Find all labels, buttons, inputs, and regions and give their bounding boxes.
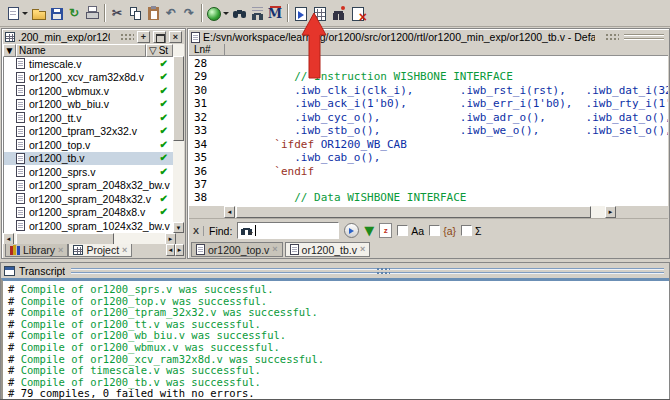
tabs-scroll-right-icon[interactable]: ► <box>175 244 184 256</box>
vscroll-thumb[interactable] <box>173 56 184 141</box>
zoom-plus-button[interactable]: + <box>137 31 150 43</box>
file-table-header: ▼ Name ▽St ▲ <box>3 44 184 57</box>
open-file-button[interactable] <box>29 3 47 24</box>
project-vertical-scrollbar[interactable]: ▼ <box>173 44 184 233</box>
run-button[interactable] <box>205 3 223 24</box>
file-row[interactable]: or1200_top.v✔ <box>4 138 175 152</box>
find-input[interactable] <box>237 222 339 239</box>
save-button[interactable] <box>47 3 65 24</box>
tab-library[interactable]: Library× <box>5 244 68 257</box>
scroll-left-icon[interactable]: ◄ <box>224 206 235 218</box>
print-button[interactable] <box>83 3 101 24</box>
cut-button[interactable]: ✂ <box>108 3 126 24</box>
copy-button[interactable] <box>126 3 144 24</box>
transcript-message: Compile of or1200_tb.v was successful. <box>14 376 261 388</box>
undo-button[interactable]: ↶ <box>162 3 180 24</box>
transcript-log[interactable]: # Compile of or1200_sprs.v was successfu… <box>1 278 669 399</box>
paste-button[interactable] <box>144 3 162 24</box>
code-line[interactable]: 30 .iwb_clk_i(clk_i), .iwb_rst_i(rst), .… <box>189 84 668 97</box>
code-line[interactable]: 32 .iwb_cyc_o(), .iwb_adr_o(), .iwb_dat_… <box>189 111 668 124</box>
whole-word-checkbox[interactable] <box>429 225 440 236</box>
code-line[interactable]: 29 // Instruction WISHBONE INTERFACE <box>189 70 668 83</box>
binoculars-icon <box>231 5 248 22</box>
tab-close-icon[interactable]: × <box>272 245 277 254</box>
code-line[interactable]: 28 <box>189 57 668 70</box>
tab-close-icon[interactable]: × <box>122 246 127 255</box>
tabs-scroll-left-icon[interactable]: ◄ <box>166 244 175 256</box>
file-row[interactable]: or1200_tpram_32x32.v✔ <box>4 125 175 139</box>
find-next-button[interactable] <box>344 223 359 238</box>
editor-header-grip2[interactable] <box>624 33 664 41</box>
regex-toggle-button[interactable]: z <box>379 223 392 238</box>
name-column-header[interactable]: Name <box>16 44 146 57</box>
file-row[interactable]: or1200_spram_2048x32.v✔ <box>4 192 175 206</box>
transcript-header[interactable]: Transcript <box>1 263 669 278</box>
file-row[interactable]: or1200_xcv_ram32x8d.v✔ <box>4 71 175 85</box>
find-binoculars-icon[interactable] <box>240 225 253 237</box>
modelsim-button[interactable]: M <box>266 3 284 24</box>
editor-header[interactable]: E:/svn/workspace/learning/or1200/src/or1… <box>188 29 669 44</box>
new-file-button[interactable] <box>4 3 22 24</box>
code-segment: // Data WISHBONE INTERFACE <box>294 191 466 204</box>
code-line[interactable]: 35 .iwb_cab_o(), <box>189 151 668 164</box>
transcript-header-grip[interactable] <box>71 267 664 275</box>
project-panel-header[interactable]: .200_min_exp/or1200_min_exp + × <box>2 29 185 44</box>
file-row[interactable]: or1200_spram_2048x8.v✔ <box>4 206 175 220</box>
file-name: or1200_sprs.v <box>29 166 96 178</box>
redo-button[interactable]: ↷ <box>180 3 198 24</box>
dropdown-caret-icon[interactable] <box>22 3 29 24</box>
editor-tab-or1200_top-v[interactable]: or1200_top.v× <box>191 242 283 257</box>
find-button[interactable] <box>230 3 248 24</box>
compile-all-button[interactable] <box>310 3 329 24</box>
reload-button[interactable]: ↻ <box>65 3 83 24</box>
editor-tab-or1200_tb-v[interactable]: or1200_tb.v× <box>285 242 371 257</box>
sigma-checkbox[interactable] <box>461 225 472 236</box>
code-line[interactable]: 37 <box>189 178 668 191</box>
file-row[interactable]: or1200_tt.v✔ <box>4 111 175 125</box>
dropdown-caret-icon[interactable] <box>223 3 230 24</box>
compile-out-button[interactable] <box>348 3 367 24</box>
simulate-button[interactable] <box>329 3 348 24</box>
find-close-button[interactable]: X <box>193 226 204 236</box>
editor-horizontal-scrollbar[interactable]: ◄ ► <box>224 206 616 218</box>
ln-column-label: Ln# <box>189 44 225 55</box>
status-ok-icon: ✔ <box>160 126 168 136</box>
code-line[interactable]: 38 // Data WISHBONE INTERFACE <box>189 191 668 204</box>
scroll-down-icon[interactable]: ▼ <box>173 222 184 233</box>
search-down-icon[interactable]: ▼ <box>364 223 374 238</box>
toolbar-separator <box>101 4 108 22</box>
sort-desc-icon[interactable]: ▼ <box>3 44 16 57</box>
file-row[interactable]: or1200_spram_1024x32_bw.v✔ <box>4 219 175 233</box>
file-row[interactable]: timescale.v✔ <box>4 57 175 71</box>
file-row[interactable]: or1200_wbmux.v✔ <box>4 84 175 98</box>
tab-close-icon[interactable]: × <box>360 245 365 254</box>
splitter-grip-dots[interactable] <box>376 267 390 275</box>
transcript-panel: Transcript # Compile of or1200_sprs.v wa… <box>0 262 670 400</box>
file-row[interactable]: or1200_tb.v✔ <box>4 152 175 166</box>
editor-hscroll-thumb[interactable] <box>236 206 591 218</box>
code-line[interactable]: 34 `ifdef OR1200_WB_CAB <box>189 138 668 151</box>
file-row[interactable]: or1200_sprs.v✔ <box>4 165 175 179</box>
file-row[interactable]: or1200_spram_2048x32_bw.v✔ <box>4 179 175 193</box>
status-column-header[interactable]: ▽St <box>146 44 173 57</box>
scroll-right-icon[interactable]: ► <box>605 206 616 218</box>
line-number: 32 <box>189 111 228 124</box>
compile-button[interactable] <box>291 3 310 24</box>
code-editor[interactable]: 28 29 // Instruction WISHBONE INTERFACE3… <box>189 56 668 206</box>
tab-close-icon[interactable]: × <box>58 246 63 255</box>
code-line[interactable]: 36 `endif <box>189 165 668 178</box>
project-panel: .200_min_exp/or1200_min_exp + × ▼ Name ▽… <box>1 28 186 259</box>
file-row[interactable]: or1200_wb_biu.v✔ <box>4 98 175 112</box>
tab-project[interactable]: Project× <box>68 244 132 257</box>
dock-icon[interactable] <box>153 31 166 43</box>
code-line[interactable]: 31 .iwb_ack_i(1'b0), .iwb_err_i(1'b0), .… <box>189 97 668 110</box>
match-case-checkbox[interactable] <box>397 225 408 236</box>
code-segment: .iwb_cyc_o(), .iwb_adr_o(), .iwb_dat_o()… <box>228 111 668 124</box>
file-name: or1200_wb_biu.v <box>29 98 109 110</box>
whole-word-label: {a} <box>443 225 456 237</box>
editor-header-grip-dots[interactable] <box>605 33 619 41</box>
code-line[interactable]: 33 .iwb_stb_o(), .iwb_we_o(), .iwb_sel_o… <box>189 124 668 137</box>
close-icon[interactable]: × <box>169 31 182 43</box>
find-in-files-button[interactable] <box>248 3 266 24</box>
header-grip-dots[interactable] <box>120 33 134 41</box>
